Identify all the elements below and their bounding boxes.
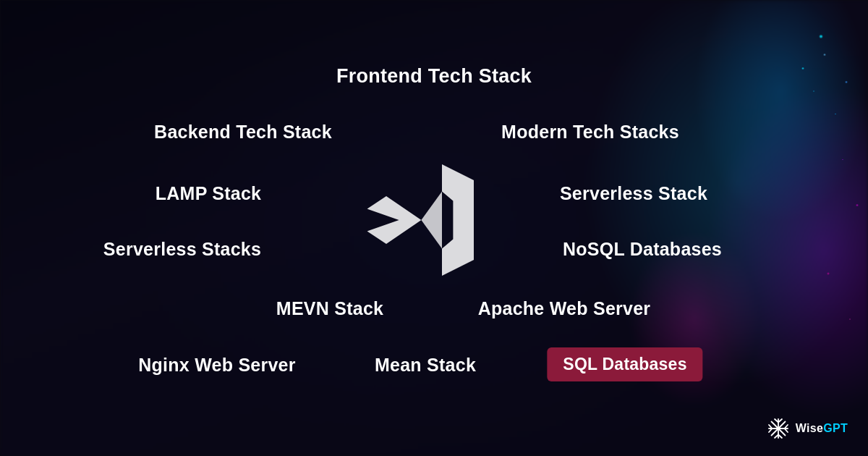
tag-serverless-stack: Serverless Stack bbox=[560, 183, 707, 204]
tag-lamp-stack: LAMP Stack bbox=[156, 183, 262, 204]
tag-nginx-web-server: Nginx Web Server bbox=[138, 355, 296, 376]
wisegpt-icon bbox=[767, 417, 790, 440]
tag-mevn-stack: MEVN Stack bbox=[276, 298, 383, 319]
tag-backend-tech-stack: Backend Tech Stack bbox=[154, 122, 332, 143]
wisegpt-brand-colored: GPT bbox=[823, 422, 848, 434]
wisegpt-logo: WiseGPT bbox=[767, 417, 848, 440]
tags-container: Frontend Tech Stack Backend Tech Stack M… bbox=[0, 0, 868, 456]
tag-sql-databases: SQL Databases bbox=[547, 347, 702, 381]
wisegpt-brand-text: WiseGPT bbox=[796, 422, 848, 435]
tag-nosql-databases: NoSQL Databases bbox=[563, 239, 722, 260]
tag-apache-web-server: Apache Web Server bbox=[478, 298, 651, 319]
tag-mean-stack: Mean Stack bbox=[375, 355, 476, 376]
background: Frontend Tech Stack Backend Tech Stack M… bbox=[0, 0, 868, 456]
tag-frontend-tech-stack: Frontend Tech Stack bbox=[336, 65, 532, 88]
tag-modern-tech-stacks: Modern Tech Stacks bbox=[501, 122, 679, 143]
tag-serverless-stacks: Serverless Stacks bbox=[103, 239, 261, 260]
